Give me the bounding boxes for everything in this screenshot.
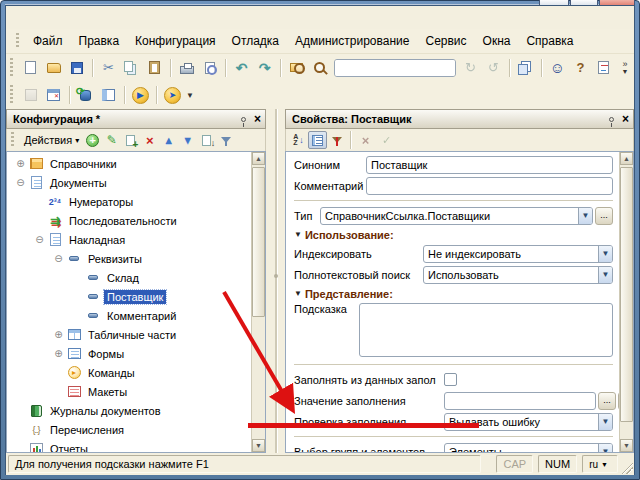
add-icon[interactable]: +: [83, 131, 102, 149]
tree-item[interactable]: Журналы документов: [7, 401, 265, 420]
property-value-input[interactable]: [444, 392, 596, 410]
property-textarea[interactable]: [359, 303, 613, 357]
toolbar-grip[interactable]: [10, 58, 13, 77]
tree-item[interactable]: ⇉Последовательности: [7, 211, 265, 230]
preview-icon[interactable]: [199, 58, 220, 78]
menu-item-3[interactable]: Отладка: [224, 31, 287, 51]
scroll-down-icon[interactable]: ▼: [620, 439, 633, 452]
resize-grip[interactable]: [621, 462, 633, 474]
tree-item[interactable]: 2³⁴Нумераторы: [7, 192, 265, 211]
expander-icon[interactable]: ⊖: [13, 177, 28, 188]
syntax-assistant-icon[interactable]: ☺: [547, 58, 568, 78]
new-icon[interactable]: [20, 58, 41, 78]
start-debugging-icon[interactable]: ▶: [130, 85, 151, 105]
save-icon[interactable]: [66, 58, 87, 78]
scroll-down-icon[interactable]: ▼: [252, 439, 265, 452]
configuration-window-icon[interactable]: [43, 85, 64, 105]
edit-icon[interactable]: ✎: [102, 131, 121, 149]
menu-item-1[interactable]: Правка: [71, 31, 128, 51]
scrollbar-thumb[interactable]: [252, 167, 265, 317]
filter-icon[interactable]: [216, 131, 235, 149]
copy-icon[interactable]: [121, 58, 142, 78]
tree-item[interactable]: ⊖Накладная: [7, 230, 265, 249]
tree-item[interactable]: Макеты: [7, 382, 265, 401]
expander-icon[interactable]: ⊖: [51, 253, 66, 264]
tree-scrollbar[interactable]: ▲ ▼: [251, 152, 265, 452]
panel-close-icon[interactable]: ×: [254, 113, 261, 125]
toolbar-grip[interactable]: [11, 132, 14, 147]
check-module-icon[interactable]: [593, 58, 614, 78]
menu-item-5[interactable]: Сервис: [417, 31, 474, 51]
delete-icon[interactable]: ×: [356, 131, 375, 149]
find-prev-icon[interactable]: ↺: [483, 58, 504, 78]
panel-close-icon[interactable]: ×: [622, 113, 629, 125]
windows-icon[interactable]: [515, 58, 536, 78]
tree-item[interactable]: ⊕Формы: [7, 344, 265, 363]
menu-item-4[interactable]: Администрирование: [287, 31, 417, 51]
expander-icon[interactable]: ⊕: [51, 348, 66, 359]
actions-menu-button[interactable]: Действия ▾: [20, 132, 83, 148]
property-value-input[interactable]: [366, 177, 613, 195]
cut-icon[interactable]: ✂: [98, 58, 119, 78]
chevron-down-icon[interactable]: ▼: [598, 414, 612, 430]
menu-item-7[interactable]: Справка: [518, 31, 581, 51]
tree-item[interactable]: ⊕Справочники: [7, 154, 265, 173]
paste-icon[interactable]: [144, 58, 165, 78]
chevron-down-icon[interactable]: ▼: [598, 246, 612, 262]
expander-icon[interactable]: ⊖: [32, 234, 47, 245]
menubar-grip[interactable]: [16, 33, 19, 50]
menu-item-2[interactable]: Конфигурация: [127, 31, 224, 51]
print-icon[interactable]: [176, 58, 197, 78]
chevron-down-icon[interactable]: ▼: [598, 444, 612, 454]
delete-icon[interactable]: ×: [140, 131, 159, 149]
tree-item[interactable]: ⊖Документы: [7, 173, 265, 192]
property-combobox[interactable]: Элементы▼: [444, 443, 613, 454]
scroll-up-icon[interactable]: ▲: [620, 152, 633, 165]
chevron-down-icon[interactable]: ▼: [186, 91, 194, 100]
start-client-icon[interactable]: ➤: [162, 85, 183, 105]
tree-item[interactable]: ▸Команды: [7, 363, 265, 382]
tree-item[interactable]: Отчеты: [7, 439, 265, 453]
expander-icon[interactable]: ⊕: [51, 329, 66, 340]
tree-item[interactable]: ⊖Реквизиты: [7, 249, 265, 268]
find-next-icon[interactable]: ↻: [460, 58, 481, 78]
tree-item-selected[interactable]: Поставщик: [7, 287, 265, 306]
function-panel-icon[interactable]: [98, 85, 119, 105]
undo-icon[interactable]: ↶: [231, 58, 252, 78]
open-icon[interactable]: [43, 58, 64, 78]
toolbar-grip[interactable]: [10, 85, 13, 105]
toolbar-overflow-icon[interactable]: »▼: [617, 57, 633, 79]
find-icon[interactable]: [309, 58, 330, 78]
help-index-icon[interactable]: ?: [570, 58, 591, 78]
update-db-config-icon[interactable]: [75, 85, 96, 105]
chevron-down-icon[interactable]: ▼: [578, 208, 592, 224]
tree-item[interactable]: Склад: [7, 268, 265, 287]
menu-item-0[interactable]: Файл: [25, 31, 71, 51]
scroll-up-icon[interactable]: ▲: [252, 152, 265, 165]
language-selector[interactable]: ru ▼: [582, 455, 618, 473]
tree-item[interactable]: Комментарий: [7, 306, 265, 325]
chevron-down-icon[interactable]: ▼: [598, 267, 612, 283]
sort-az-icon[interactable]: AZ↓: [289, 131, 308, 149]
expander-icon[interactable]: ⊕: [13, 158, 28, 169]
move-up-icon[interactable]: ▲: [159, 131, 178, 149]
filter-important-icon[interactable]: [327, 131, 346, 149]
ellipsis-button[interactable]: ...: [598, 392, 616, 410]
sort-icon[interactable]: [197, 131, 216, 149]
property-combobox[interactable]: Не индексировать▼: [423, 245, 613, 263]
section-header-Представление[interactable]: ▼Представление:: [294, 285, 613, 302]
configuration-tree-icon[interactable]: [20, 85, 41, 105]
property-combobox[interactable]: Использовать▼: [423, 266, 613, 284]
search-input[interactable]: [335, 60, 456, 76]
pin-icon[interactable]: [241, 117, 246, 122]
tree-item[interactable]: ⊕Табличные части: [7, 325, 265, 344]
categories-icon[interactable]: [308, 131, 327, 149]
find-in-files-icon[interactable]: [286, 58, 307, 78]
pin-icon[interactable]: [609, 117, 614, 122]
apply-icon[interactable]: ✓: [377, 131, 396, 149]
section-header-Использование[interactable]: ▼Использование:: [294, 226, 613, 243]
scrollbar-thumb[interactable]: [620, 167, 633, 422]
property-value-input[interactable]: [366, 156, 613, 174]
redo-icon[interactable]: ↷: [254, 58, 275, 78]
menu-item-6[interactable]: Окна: [475, 31, 519, 51]
